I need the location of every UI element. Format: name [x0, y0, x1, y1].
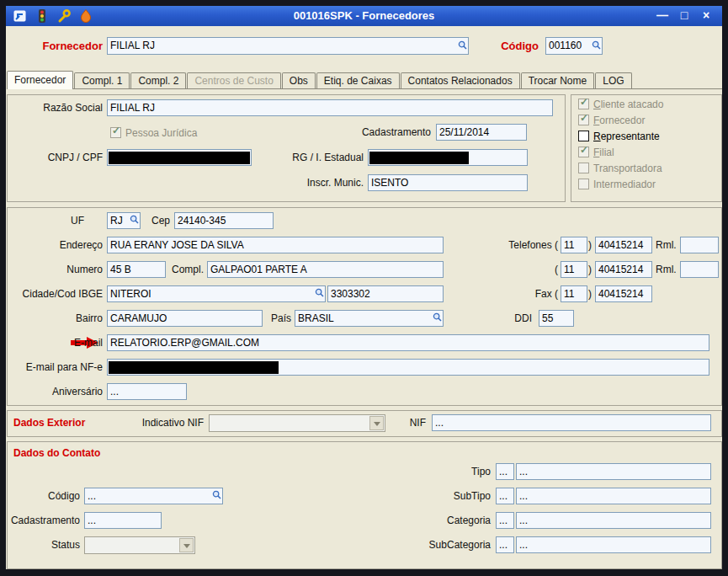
fornecedor-checkbox: [578, 115, 589, 125]
categoria-code-field[interactable]: ...: [496, 512, 514, 529]
cadastramento-field[interactable]: 25/11/2014: [436, 124, 527, 141]
representante-checkbox[interactable]: [578, 131, 589, 141]
magnifier-icon[interactable]: [212, 488, 221, 504]
inscr-munic-field[interactable]: ISENTO: [368, 174, 528, 191]
representante-label: Representante: [593, 128, 660, 145]
email-label: E-mail: [50, 334, 103, 351]
magnifier-icon[interactable]: [433, 311, 442, 326]
numero-label: Numero: [17, 261, 103, 278]
intermediador-checkbox: [578, 179, 589, 189]
chevron-down-icon: [369, 416, 384, 430]
cod-ibge-field[interactable]: 3303302: [327, 285, 444, 302]
pessoa-juridica-checkbox: [110, 127, 121, 138]
fax-label: Fax (: [515, 285, 558, 302]
magnifier-icon[interactable]: [130, 213, 139, 228]
app-window: 001016SPK - Fornecedores — □ × Fornecedo…: [0, 0, 728, 576]
numero-field[interactable]: 45 B: [107, 261, 166, 278]
inscr-munic-label: Inscr. Munic.: [276, 174, 364, 191]
tab-compl-1[interactable]: Compl. 1: [74, 72, 130, 88]
tipo-label: Tipo: [407, 463, 491, 480]
fax-field[interactable]: 40415214: [595, 285, 652, 302]
telefone2-field[interactable]: 40415214: [595, 261, 652, 278]
contato-cadastramento-label: Cadastramento: [8, 512, 80, 529]
telefone2-ddd-field[interactable]: 11: [561, 261, 587, 278]
fornecedor-header-label: Fornecedor: [17, 38, 103, 55]
magnifier-icon[interactable]: [315, 286, 324, 301]
paren-open-label: (: [545, 261, 558, 278]
window-title: 001016SPK - Fornecedores: [6, 6, 722, 26]
email-nfe-field[interactable]: [107, 359, 709, 376]
uf-field[interactable]: RJ: [107, 212, 141, 229]
fax-ddd-field[interactable]: 11: [561, 285, 587, 302]
rml2-label: Rml.: [656, 261, 678, 278]
magnifier-icon[interactable]: [592, 39, 601, 54]
traffic-light-icon[interactable]: [35, 8, 50, 27]
tipo-field[interactable]: ...: [516, 463, 711, 480]
filial-checkbox: [578, 147, 589, 157]
minimize-button[interactable]: —: [653, 8, 672, 24]
endereco-field[interactable]: RUA ERANY JOSE DA SILVA: [107, 237, 444, 253]
contato-codigo-field[interactable]: ...: [84, 488, 223, 504]
telefones-label: Telefones (: [484, 237, 558, 253]
paren-close-label: ): [588, 285, 595, 302]
tab-contatos-relacionados[interactable]: Contatos Relacionados: [401, 72, 520, 88]
paren-close-label: ): [588, 261, 595, 278]
codigo-header-label: Código: [471, 38, 539, 55]
status-select: [84, 536, 195, 554]
export-icon[interactable]: [13, 8, 28, 27]
categoria-field[interactable]: ...: [516, 512, 711, 529]
nif-field[interactable]: ...: [432, 414, 711, 431]
subtipo-code-field[interactable]: ...: [496, 488, 514, 504]
contato-cadastramento-field[interactable]: ...: [84, 512, 162, 529]
ddi-field[interactable]: 55: [539, 310, 574, 327]
tab-fornecedor[interactable]: Fornecedor: [7, 71, 73, 89]
magnifier-icon[interactable]: [458, 39, 467, 54]
tab-centros-de-custo: Centros de Custo: [187, 72, 280, 88]
email-nfe-label: E-mail para NF-e: [10, 359, 103, 376]
flame-icon[interactable]: [78, 8, 93, 27]
telefone1-field[interactable]: 40415214: [595, 237, 652, 253]
subcategoria-field[interactable]: ...: [516, 536, 711, 553]
endereco-label: Endereço: [17, 237, 103, 253]
razao-social-field[interactable]: FILIAL RJ: [107, 99, 553, 116]
cep-label: Cep: [143, 212, 170, 229]
pais-field[interactable]: BRASIL: [295, 310, 444, 327]
tab-trocar-nome[interactable]: Trocar Nome: [521, 72, 595, 88]
cidade-field[interactable]: NITEROI: [107, 285, 326, 302]
subtipo-label: SubTipo: [407, 488, 491, 504]
aniversario-field[interactable]: ...: [107, 383, 187, 400]
pessoa-juridica-label: Pessoa Jurídica: [125, 125, 197, 141]
tipo-code-field[interactable]: ...: [496, 463, 514, 480]
tab-strip: Fornecedor Compl. 1 Compl. 2 Centros de …: [7, 71, 722, 89]
subcategoria-code-field[interactable]: ...: [496, 536, 514, 553]
telefone1-ddd-field[interactable]: 11: [561, 237, 587, 253]
tab-etiq-de-caixas[interactable]: Etiq. de Caixas: [316, 72, 400, 88]
tab-log[interactable]: LOG: [595, 72, 631, 88]
cidade-cod-ibge-label: Cidade/Cod IBGE: [7, 285, 103, 302]
compl-field[interactable]: GALPAO01 PARTE A: [207, 261, 444, 278]
chevron-down-icon: [179, 538, 194, 552]
cliente-atacado-checkbox: [578, 99, 589, 109]
tab-obs[interactable]: Obs: [282, 72, 316, 88]
cadastramento-label: Cadastramento: [343, 124, 431, 141]
cnpj-cpf-field[interactable]: [107, 149, 252, 166]
transportadora-label: Transportadora: [593, 160, 662, 177]
email-field[interactable]: RELATORIO.ERP@GMAIL.COM: [107, 334, 709, 351]
fornecedor-header-field[interactable]: FILIAL RJ: [107, 37, 469, 55]
close-button[interactable]: ×: [697, 8, 715, 24]
rml2-field[interactable]: [680, 261, 719, 278]
cliente-atacado-label: Cliente atacado: [593, 96, 663, 113]
subtipo-field[interactable]: ...: [516, 488, 711, 504]
bairro-field[interactable]: CARAMUJO: [107, 310, 263, 327]
rml1-field[interactable]: [680, 237, 719, 253]
redaction-bar: [109, 152, 250, 164]
cep-field[interactable]: 24140-345: [174, 212, 274, 229]
codigo-header-field[interactable]: 001160: [545, 37, 603, 55]
rg-ie-field[interactable]: [368, 149, 528, 166]
wrench-icon[interactable]: [56, 8, 72, 27]
nif-label: NIF: [402, 414, 426, 431]
pais-label: País: [264, 310, 291, 327]
tab-compl-2[interactable]: Compl. 2: [130, 72, 186, 88]
maximize-button[interactable]: □: [675, 8, 693, 24]
fornecedor-label: Fornecedor: [593, 112, 645, 129]
